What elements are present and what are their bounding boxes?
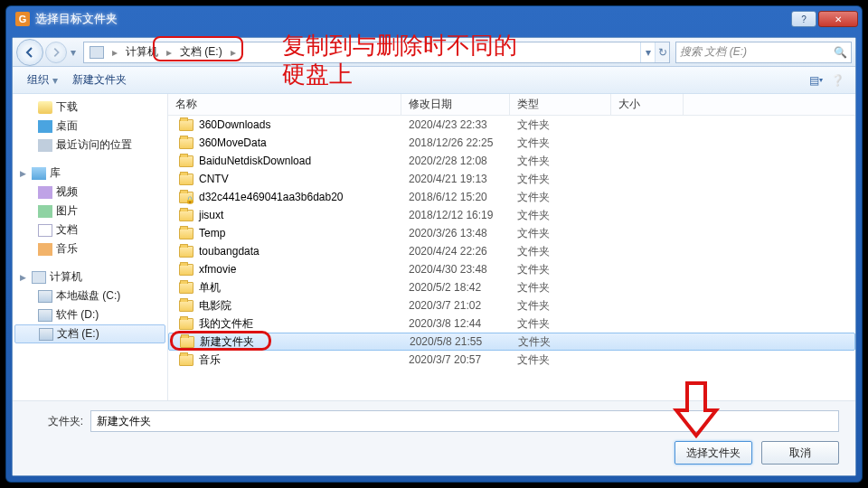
dialog-window: G 选择目标文件夹 ? ✕ ▾ ▸ 计算机 ▸ 文档 (E:) ▸ xyxy=(5,5,863,483)
file-date: 2020/4/23 22:33 xyxy=(401,118,510,131)
file-rows[interactable]: 360Downloads2020/4/23 22:33文件夹360MoveDat… xyxy=(168,116,855,400)
window-title: 选择目标文件夹 xyxy=(35,11,789,27)
list-item[interactable]: d32c441e469041aa3b6dab202018/6/12 15:20文… xyxy=(168,188,855,206)
tree-documents[interactable]: 文档 xyxy=(13,221,167,239)
list-item[interactable]: 新建文件夹2020/5/8 21:55文件夹 xyxy=(168,333,855,351)
file-name: d32c441e469041aa3b6dab20 xyxy=(199,191,344,203)
expand-icon: ▶ xyxy=(20,273,28,282)
file-type: 文件夹 xyxy=(511,334,612,350)
computer-icon xyxy=(90,46,104,59)
toolbar: 组织▾ 新建文件夹 ▤ ▾ ❔ xyxy=(13,67,855,94)
file-type: 文件夹 xyxy=(510,136,611,151)
cancel-button[interactable]: 取消 xyxy=(761,441,839,465)
titlebar[interactable]: G 选择目标文件夹 ? ✕ xyxy=(6,6,862,32)
expand-icon: ▶ xyxy=(20,169,28,178)
refresh-button[interactable]: ↻ xyxy=(655,42,669,62)
list-item[interactable]: CNTV2020/4/21 19:13文件夹 xyxy=(168,170,855,188)
forward-button[interactable] xyxy=(45,42,67,63)
file-type: 文件夹 xyxy=(510,298,611,314)
list-item[interactable]: Temp2020/3/26 13:48文件夹 xyxy=(168,224,855,242)
tree-libraries[interactable]: ▶库 xyxy=(13,164,167,183)
file-name: BaiduNetdiskDownload xyxy=(199,155,311,167)
tree-music[interactable]: 音乐 xyxy=(13,239,167,258)
window-controls: ? ✕ xyxy=(789,11,858,27)
file-name: xfmovie xyxy=(199,263,236,276)
download-icon xyxy=(38,101,52,114)
nav-tree[interactable]: 下载 桌面 最近访问的位置 ▶库 视频 图片 文档 音乐 ▶计算机 本地磁盘 (… xyxy=(13,94,168,400)
tree-videos[interactable]: 视频 xyxy=(13,183,167,202)
file-type: 文件夹 xyxy=(510,208,611,223)
file-date: 2020/4/24 22:26 xyxy=(401,245,510,258)
tree-drive-c[interactable]: 本地磁盘 (C:) xyxy=(13,286,167,305)
column-headers[interactable]: 名称 修改日期 类型 大小 xyxy=(168,94,855,116)
list-item[interactable]: 单机2020/5/2 18:42文件夹 xyxy=(168,278,855,296)
chevron-right-icon[interactable]: ▸ xyxy=(164,42,175,62)
tree-downloads[interactable]: 下载 xyxy=(13,98,167,117)
list-item[interactable]: jisuxt2018/12/12 16:19文件夹 xyxy=(168,206,855,224)
nav-history-dropdown[interactable]: ▾ xyxy=(69,46,78,59)
organize-menu[interactable]: 组织▾ xyxy=(20,69,65,91)
help-icon[interactable]: ❔ xyxy=(826,70,848,90)
arrow-left-icon xyxy=(24,46,36,59)
list-item[interactable]: 我的文件柜2020/3/8 12:44文件夹 xyxy=(168,314,855,333)
file-date: 2020/3/26 13:48 xyxy=(401,227,510,239)
breadcrumb-bar[interactable]: ▸ 计算机 ▸ 文档 (E:) ▸ ▾ ↻ xyxy=(83,42,670,63)
file-name: 新建文件夹 xyxy=(200,334,254,350)
library-icon xyxy=(32,167,46,180)
select-folder-button[interactable]: 选择文件夹 xyxy=(675,441,752,465)
tree-drive-e[interactable]: 文档 (E:) xyxy=(14,324,165,343)
chevron-right-icon[interactable]: ▸ xyxy=(109,42,120,62)
folder-icon xyxy=(179,228,193,239)
search-input[interactable]: 搜索 文档 (E:) 🔍 xyxy=(675,42,852,63)
recent-icon xyxy=(38,139,52,152)
list-item[interactable]: 360Downloads2020/4/23 22:33文件夹 xyxy=(168,116,855,134)
file-name: 音乐 xyxy=(199,352,221,368)
chevron-right-icon[interactable]: ▸ xyxy=(228,42,239,62)
list-item[interactable]: toubangdata2020/4/24 22:26文件夹 xyxy=(168,242,855,260)
dialog-body: ▾ ▸ 计算机 ▸ 文档 (E:) ▸ ▾ ↻ 搜索 文档 (E:) 🔍 xyxy=(12,37,856,476)
file-list: 名称 修改日期 类型 大小 360Downloads2020/4/23 22:3… xyxy=(168,94,855,400)
col-size[interactable]: 大小 xyxy=(611,94,684,115)
folder-icon xyxy=(179,174,193,185)
file-date: 2020/2/28 12:08 xyxy=(401,155,510,167)
col-date[interactable]: 修改日期 xyxy=(401,94,510,115)
folder-icon xyxy=(180,336,194,348)
list-item[interactable]: 电影院2020/3/7 21:02文件夹 xyxy=(168,296,855,314)
back-button[interactable] xyxy=(16,39,43,66)
file-date: 2020/3/8 12:44 xyxy=(401,317,510,330)
file-date: 2018/12/26 22:25 xyxy=(401,136,510,149)
list-item[interactable]: 音乐2020/3/7 20:57文件夹 xyxy=(168,351,855,369)
folder-icon xyxy=(179,282,193,294)
folder-name-input[interactable] xyxy=(90,410,839,432)
file-type: 文件夹 xyxy=(510,154,611,169)
col-name[interactable]: 名称 xyxy=(168,94,401,115)
file-name: 电影院 xyxy=(199,298,231,314)
help-button[interactable]: ? xyxy=(791,11,816,27)
folder-icon xyxy=(179,318,193,330)
tree-recent[interactable]: 最近访问的位置 xyxy=(13,136,167,155)
picture-icon xyxy=(38,205,52,218)
tree-desktop[interactable]: 桌面 xyxy=(13,117,167,136)
crumb-drive[interactable]: 文档 (E:) xyxy=(175,42,228,62)
file-date: 2020/3/7 20:57 xyxy=(401,353,510,366)
list-item[interactable]: xfmovie2020/4/30 23:48文件夹 xyxy=(168,260,855,278)
tree-computer[interactable]: ▶计算机 xyxy=(13,267,167,286)
folder-icon xyxy=(179,192,193,203)
arrow-right-icon xyxy=(51,47,61,58)
col-type[interactable]: 类型 xyxy=(510,94,611,115)
new-folder-button[interactable]: 新建文件夹 xyxy=(65,69,134,91)
drive-icon xyxy=(38,309,52,322)
list-item[interactable]: 360MoveData2018/12/26 22:25文件夹 xyxy=(168,134,855,152)
file-type: 文件夹 xyxy=(510,352,611,368)
list-item[interactable]: BaiduNetdiskDownload2020/2/28 12:08文件夹 xyxy=(168,152,855,170)
folder-icon xyxy=(179,354,193,366)
view-options-button[interactable]: ▤ ▾ xyxy=(805,70,826,90)
folder-icon xyxy=(179,300,193,312)
crumb-computer[interactable]: 计算机 xyxy=(120,42,164,62)
tree-pictures[interactable]: 图片 xyxy=(13,202,167,221)
tree-drive-d[interactable]: 软件 (D:) xyxy=(13,305,167,324)
close-button[interactable]: ✕ xyxy=(818,11,858,27)
breadcrumb-root-icon[interactable] xyxy=(84,42,109,62)
breadcrumb-dropdown[interactable]: ▾ xyxy=(640,42,655,62)
computer-icon xyxy=(32,271,46,284)
